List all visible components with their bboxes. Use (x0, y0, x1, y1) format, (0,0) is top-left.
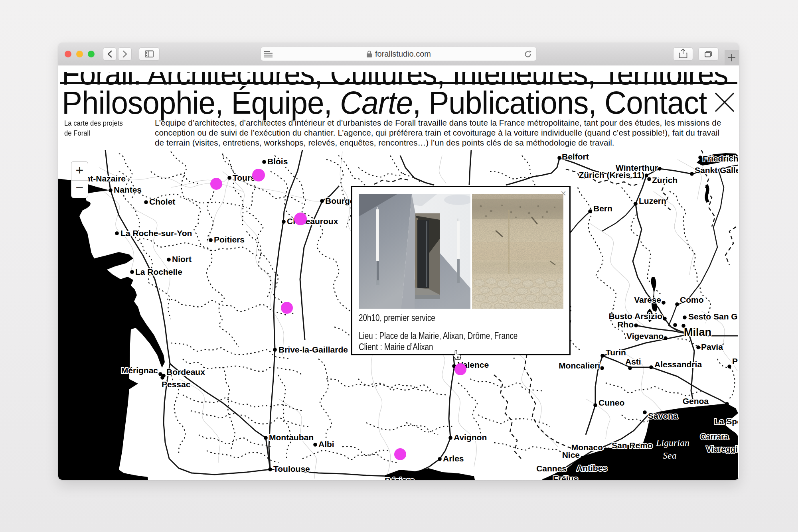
svg-text:Mérignac: Mérignac (121, 366, 158, 375)
svg-text:Piacen: Piacen (732, 357, 738, 366)
svg-text:Brive-la-Gaillarde: Brive-la-Gaillarde (279, 345, 348, 354)
svg-text:Milan: Milan (684, 326, 711, 338)
svg-text:Montauban: Montauban (269, 433, 314, 442)
svg-text:Blois: Blois (267, 157, 288, 166)
svg-text:Savona: Savona (648, 411, 678, 420)
svg-text:Ligurian: Ligurian (656, 437, 689, 448)
svg-text:Viareggio: Viareggio (706, 445, 738, 453)
svg-text:Toulouse: Toulouse (273, 464, 310, 473)
svg-text:Nice: Nice (562, 450, 580, 459)
svg-text:Sankt Gallen: Sankt Gallen (695, 166, 738, 175)
svg-text:Poitiers: Poitiers (214, 235, 245, 244)
svg-text:Busto Arsizio: Busto Arsizio (608, 311, 662, 321)
svg-text:Sesto San Gio: Sesto San Gio (688, 312, 738, 321)
svg-text:Pessac: Pessac (162, 380, 191, 389)
svg-text:La Spe: La Spe (714, 417, 738, 426)
svg-text:Pavia: Pavia (701, 342, 723, 351)
svg-text:Nantes: Nantes (114, 185, 142, 194)
svg-text:Genoa: Genoa (683, 396, 709, 406)
svg-text:Sea: Sea (663, 450, 677, 461)
svg-text:Luzern: Luzern (639, 196, 666, 205)
svg-text:Friedrichs: Friedrichs (703, 154, 738, 163)
svg-text:Bern: Bern (593, 204, 612, 213)
svg-text:Zürich (Kreis 11): Zürich (Kreis 11) (579, 170, 644, 179)
svg-text:Avignon: Avignon (454, 433, 487, 442)
svg-text:Cuneo: Cuneo (598, 398, 624, 407)
svg-text:Alessandria: Alessandria (654, 360, 702, 369)
svg-text:Como: Como (680, 295, 704, 304)
svg-text:San Remo: San Remo (612, 441, 653, 450)
svg-text:Zurich: Zurich (652, 175, 678, 185)
svg-text:La Rochelle: La Rochelle (135, 267, 182, 276)
svg-text:Rho: Rho (617, 320, 634, 329)
svg-text:Cholet: Cholet (149, 197, 175, 206)
svg-text:Niort: Niort (172, 254, 192, 264)
svg-text:Moncalieri: Moncalieri (559, 361, 600, 370)
svg-text:Belfort: Belfort (562, 152, 589, 161)
svg-text:Varese: Varese (634, 295, 661, 304)
svg-text:Antibes: Antibes (577, 463, 607, 473)
svg-text:Asti: Asti (625, 357, 641, 366)
svg-text:Cannes: Cannes (536, 464, 567, 473)
svg-text:La Roche-sur-Yon: La Roche-sur-Yon (120, 229, 192, 238)
svg-text:Tours: Tours (233, 173, 255, 182)
svg-text:Albi: Albi (318, 439, 334, 449)
svg-text:Arles: Arles (443, 454, 464, 463)
svg-text:Fréjus: Fréjus (553, 474, 578, 480)
svg-text:Carrara: Carrara (700, 432, 729, 441)
svg-text:Bordeaux: Bordeaux (166, 367, 205, 376)
svg-text:Turin: Turin (606, 348, 626, 357)
svg-text:Vigevano: Vigevano (626, 331, 664, 341)
svg-text:Béziers: Béziers (385, 476, 415, 480)
